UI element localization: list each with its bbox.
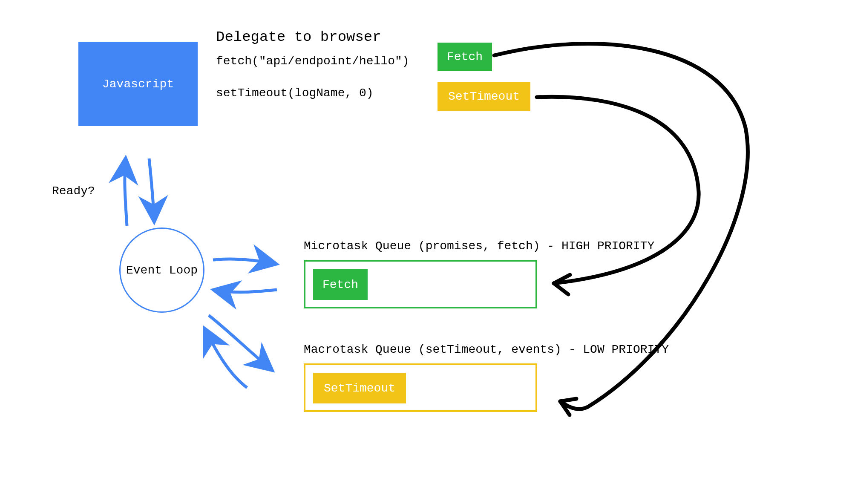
ready-label: Ready? (52, 184, 95, 198)
arrow-macro-to-eventloop (204, 328, 247, 388)
microtask-fetch-item: Fetch (313, 269, 368, 300)
fetch-delegate-block: Fetch (438, 43, 492, 71)
microtask-queue-box: Fetch (304, 260, 537, 308)
microtask-queue-label: Microtask Queue (promises, fetch) - HIGH… (304, 239, 654, 253)
arrow-eventloop-to-micro (213, 259, 277, 264)
code-fetch: fetch("api/endpoint/hello") (216, 55, 409, 68)
macrotask-queue-label: Macrotask Queue (setTimeout, events) - L… (304, 343, 669, 356)
arrowhead-black-2 (554, 275, 570, 294)
arrow-eventloop-to-js (125, 158, 127, 226)
delegate-title: Delegate to browser (216, 29, 381, 45)
settimeout-delegate-block: SetTimeout (438, 82, 530, 111)
javascript-box: Javascript (78, 42, 198, 126)
arrowhead-black-1 (560, 399, 576, 415)
arrow-eventloop-to-macro (209, 315, 273, 371)
arrow-js-to-eventloop (149, 158, 154, 222)
code-settimeout: setTimeout(logName, 0) (216, 86, 374, 100)
macrotask-settimeout-item: SetTimeout (313, 373, 406, 403)
arrow-settimeout-to-micro-curve (537, 97, 699, 283)
arrow-micro-to-eventloop (213, 290, 277, 292)
macrotask-queue-box: SetTimeout (304, 363, 537, 412)
event-loop-circle: Event Loop (119, 228, 204, 313)
